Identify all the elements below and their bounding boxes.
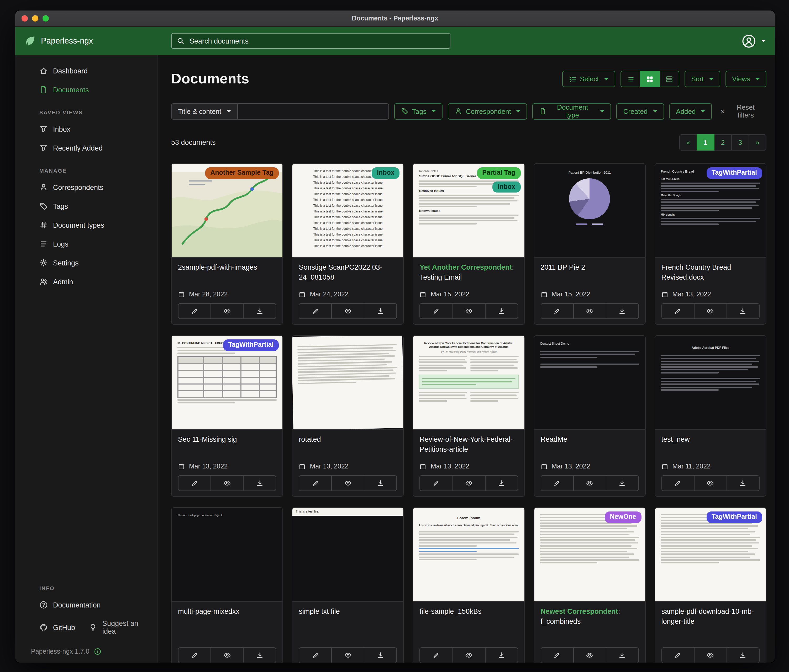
document-thumbnail[interactable]: This is a test file. [292, 508, 403, 602]
document-thumbnail[interactable]: Lorem ipsumLorem ipsum dolor sit amet, c… [414, 508, 524, 602]
search-input[interactable] [188, 37, 445, 45]
download-button[interactable] [605, 303, 639, 319]
document-title[interactable]: multi-page-mixedxx [178, 607, 276, 627]
sidebar-item-github[interactable]: GitHub [15, 618, 81, 637]
tag-badge[interactable]: Another Sample Tag [205, 167, 279, 178]
reset-filters-button[interactable]: × Reset filters [717, 103, 767, 119]
view-detail-button[interactable] [659, 71, 679, 87]
document-card[interactable]: This is a multi page document. Page 1. m… [171, 507, 283, 662]
download-button[interactable] [364, 475, 397, 491]
preview-button[interactable] [211, 475, 244, 491]
preview-button[interactable] [211, 303, 244, 319]
edit-button[interactable] [178, 647, 211, 662]
tag-badge[interactable]: NewOne [605, 511, 642, 523]
zoom-button[interactable] [43, 15, 49, 22]
view-grid-button[interactable] [640, 71, 660, 87]
document-thumbnail[interactable]: Release NotesSimba ODBC Driver for SQL S… [414, 164, 524, 258]
document-title[interactable]: Sec 11-Missing sig [178, 435, 276, 455]
preview-button[interactable] [694, 475, 727, 491]
document-thumbnail[interactable]: Review of New York Federal Petitions for… [414, 336, 524, 430]
sidebar-item-dashboard[interactable]: Dashboard [15, 61, 158, 80]
document-thumbnail[interactable]: Contact Sheet Demo [534, 336, 645, 430]
document-title[interactable]: 2sample-pdf-with-images [178, 263, 276, 283]
preview-button[interactable] [573, 303, 606, 319]
tag-badge[interactable]: TagWithPartial [706, 167, 762, 178]
document-title[interactable]: file-sample_150kBs [420, 607, 518, 627]
edit-button[interactable] [178, 303, 211, 319]
download-button[interactable] [243, 303, 276, 319]
preview-button[interactable] [452, 475, 485, 491]
sidebar-item-tags[interactable]: Tags [15, 197, 158, 216]
pagination-page-1[interactable]: 1 [696, 134, 714, 151]
download-button[interactable] [605, 475, 639, 491]
document-card[interactable]: TagWithPartial sample-pdf-download-10-mb… [655, 507, 767, 662]
document-title[interactable]: French Country Bread Revised.docx [661, 263, 760, 283]
tag-badge[interactable]: Partial Tag [477, 167, 521, 178]
edit-button[interactable] [540, 647, 573, 662]
download-button[interactable] [364, 303, 397, 319]
sidebar-item-inbox[interactable]: Inbox [15, 119, 158, 139]
document-card[interactable]: This is a test for the double space char… [292, 163, 404, 325]
tags-filter-button[interactable]: Tags [394, 103, 443, 119]
document-title[interactable]: ReadMe [540, 435, 639, 455]
document-correspondent[interactable]: Newest Correspondent [540, 607, 618, 615]
edit-button[interactable] [420, 303, 453, 319]
download-button[interactable] [485, 303, 518, 319]
document-title[interactable]: Sonstige ScanPC2022 03-24_081058 [299, 263, 397, 283]
document-title[interactable]: rotated [299, 435, 397, 455]
pagination-page-3[interactable]: 3 [731, 134, 749, 151]
edit-button[interactable] [661, 303, 695, 319]
document-card[interactable]: rotated Mar 13, 2022 [292, 335, 404, 497]
sidebar-item-admin[interactable]: Admin [15, 272, 158, 291]
document-card[interactable]: Patient BP Distribution 2011 2011 BP Pie… [533, 163, 645, 325]
window-titlebar[interactable]: Documents - Paperless-ngx [15, 11, 775, 27]
views-button[interactable]: Views [725, 71, 767, 87]
download-button[interactable] [727, 303, 760, 319]
document-thumbnail[interactable]: TagWithPartial [655, 508, 766, 602]
document-card[interactable]: Lorem ipsumLorem ipsum dolor sit amet, c… [413, 507, 525, 662]
document-title[interactable]: sample-pdf-download-10-mb-longer-title [661, 607, 760, 627]
sidebar-item-settings[interactable]: Settings [15, 253, 158, 272]
download-button[interactable] [727, 647, 760, 662]
brand[interactable]: Paperless-ngx [25, 35, 171, 47]
tag-badge[interactable]: TagWithPartial [706, 511, 762, 523]
document-type-filter-button[interactable]: Document type [533, 103, 611, 119]
edit-button[interactable] [540, 475, 573, 491]
info-icon[interactable] [94, 648, 101, 655]
edit-button[interactable] [540, 303, 573, 319]
tag-badge[interactable]: TagWithPartial [223, 339, 279, 351]
document-title[interactable]: simple txt file [299, 607, 397, 627]
title-content-input[interactable] [238, 103, 389, 119]
document-card[interactable]: Review of New York Federal Petitions for… [413, 335, 525, 497]
select-button[interactable]: Select [562, 71, 615, 87]
view-list-button[interactable] [620, 71, 640, 87]
document-card[interactable]: Another Sample Tag 2sample-pdf-with-imag… [171, 163, 283, 325]
tag-badge[interactable]: Inbox [493, 181, 521, 193]
preview-button[interactable] [694, 303, 727, 319]
preview-button[interactable] [573, 475, 606, 491]
document-thumbnail[interactable]: Adobe Acrobat PDF Files [655, 336, 766, 430]
pagination-next[interactable]: » [749, 134, 767, 151]
sidebar-item-document-types[interactable]: Document types [15, 216, 158, 234]
close-button[interactable] [22, 15, 28, 22]
sidebar-item-recently-added[interactable]: Recently Added [15, 139, 158, 158]
pagination-prev[interactable]: « [679, 134, 697, 151]
edit-button[interactable] [420, 475, 453, 491]
created-filter-button[interactable]: Created [617, 103, 664, 119]
document-title[interactable]: Yet Another Correspondent: Testing Email [420, 263, 518, 283]
title-content-dropdown[interactable]: Title & content [171, 103, 238, 119]
preview-button[interactable] [332, 303, 364, 319]
download-button[interactable] [485, 475, 518, 491]
preview-button[interactable] [452, 647, 485, 662]
download-button[interactable] [364, 647, 397, 662]
document-thumbnail[interactable]: French Country BreadFor the Leaven:Make … [655, 164, 766, 258]
sidebar-item-correspondents[interactable]: Correspondents [15, 178, 158, 197]
user-menu[interactable] [742, 34, 765, 48]
document-thumbnail[interactable]: 11. CONTINUING MEDICAL EDUCA TagWithPart… [172, 336, 283, 430]
document-correspondent[interactable]: Yet Another Correspondent [420, 263, 512, 271]
sidebar-item-suggest-idea[interactable]: Suggest an idea [81, 614, 158, 640]
edit-button[interactable] [661, 647, 695, 662]
document-thumbnail[interactable]: NewOne [534, 508, 645, 602]
document-title[interactable]: 2011 BP Pie 2 [540, 263, 639, 283]
document-title[interactable]: Newest Correspondent: f_combineds [540, 607, 639, 627]
